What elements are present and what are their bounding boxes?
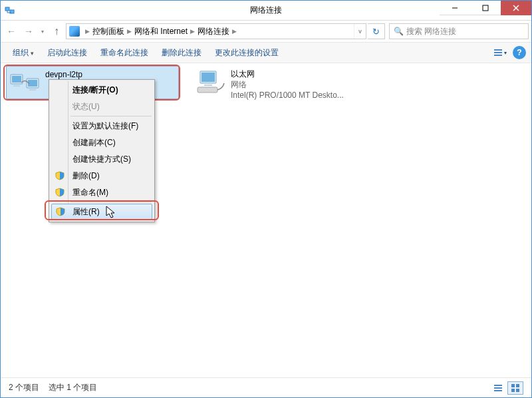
toolbar: 组织 启动此连接 重命名此连接 删除此连接 更改此连接的设置 ▾ ? xyxy=(1,42,531,63)
menu-delete[interactable]: 删除(D) xyxy=(51,168,152,184)
rename-connection-button[interactable]: 重命名此连接 xyxy=(94,45,155,61)
back-button[interactable]: ← xyxy=(3,23,19,39)
svg-rect-17 xyxy=(204,85,212,86)
content-area: devpn-l2tp 以太网 网络 Intel(R) PRO/1000 MT D… xyxy=(1,63,531,377)
svg-rect-10 xyxy=(12,76,21,83)
address-bar[interactable]: ▶ 控制面板 ▶ 网络和 Internet ▶ 网络连接 ▶ v xyxy=(66,23,366,39)
connection-status: 网络 xyxy=(231,79,344,90)
window-title: 网络连接 xyxy=(250,5,282,16)
menu-separator xyxy=(70,202,152,202)
breadcrumb-sep[interactable]: ▶ xyxy=(229,28,239,35)
menu-set-default[interactable]: 设置为默认连接(F) xyxy=(51,118,152,134)
svg-rect-22 xyxy=(511,384,515,387)
breadcrumb-sep[interactable]: ▶ xyxy=(188,28,198,35)
organize-menu[interactable]: 组织 xyxy=(6,45,41,61)
svg-rect-20 xyxy=(494,387,502,389)
history-dropdown[interactable]: ▾ xyxy=(38,23,47,39)
vpn-connection-icon xyxy=(9,69,41,96)
breadcrumb-item[interactable]: 网络连接 xyxy=(198,26,229,37)
selection-count: 选中 1 个项目 xyxy=(49,382,97,393)
svg-rect-23 xyxy=(516,384,519,387)
window-controls xyxy=(440,1,531,15)
menu-create-shortcut[interactable]: 创建快捷方式(S) xyxy=(51,151,152,167)
location-icon xyxy=(69,26,80,37)
breadcrumb-item[interactable]: 控制面板 xyxy=(92,26,124,37)
address-dropdown[interactable]: v xyxy=(354,24,366,39)
connection-item[interactable]: 以太网 网络 Intel(R) PRO/1000 MT Deskto... xyxy=(192,66,365,103)
statusbar: 2 个项目 选中 1 个项目 xyxy=(1,377,531,397)
connection-labels: 以太网 网络 Intel(R) PRO/1000 MT Deskto... xyxy=(231,69,344,100)
close-button[interactable] xyxy=(501,1,531,15)
uac-shield-icon xyxy=(55,171,65,180)
menu-connect-disconnect[interactable]: 连接/断开(O) xyxy=(51,82,152,98)
item-count: 2 个项目 xyxy=(9,382,39,393)
up-button[interactable]: ↑ xyxy=(49,23,65,39)
details-view-button[interactable] xyxy=(490,381,506,395)
help-button[interactable]: ? xyxy=(513,46,526,59)
breadcrumb-sep[interactable]: ▶ xyxy=(82,28,92,35)
refresh-button[interactable]: ↻ xyxy=(368,23,385,39)
svg-rect-24 xyxy=(511,389,515,392)
change-settings-button[interactable]: 更改此连接的设置 xyxy=(208,45,285,61)
menu-separator xyxy=(70,116,152,116)
menu-status: 状态(U) xyxy=(51,99,152,114)
start-connection-button[interactable]: 启动此连接 xyxy=(41,45,94,61)
connection-name: 以太网 xyxy=(231,69,344,79)
search-placeholder: 搜索 网络连接 xyxy=(406,26,456,37)
connection-device: Intel(R) PRO/1000 MT Deskto... xyxy=(231,90,344,100)
icons-view-button[interactable] xyxy=(507,381,523,395)
search-icon: 🔍 xyxy=(394,27,404,36)
svg-rect-8 xyxy=(494,55,502,56)
svg-rect-7 xyxy=(494,52,502,53)
titlebar: 网络连接 xyxy=(1,1,531,21)
minimize-button[interactable] xyxy=(440,1,470,15)
breadcrumb-sep[interactable]: ▶ xyxy=(124,28,134,35)
app-icon xyxy=(5,5,15,16)
menu-create-copy[interactable]: 创建副本(C) xyxy=(51,134,152,150)
address-row: ← → ▾ ↑ ▶ 控制面板 ▶ 网络和 Internet ▶ 网络连接 ▶ v… xyxy=(1,21,531,42)
svg-rect-13 xyxy=(13,85,20,87)
connection-labels: devpn-l2tp xyxy=(45,69,82,80)
svg-rect-3 xyxy=(483,5,488,11)
svg-rect-19 xyxy=(494,385,502,386)
svg-rect-0 xyxy=(5,7,9,11)
svg-rect-25 xyxy=(516,389,519,392)
forward-button[interactable]: → xyxy=(21,23,37,39)
svg-rect-21 xyxy=(494,390,502,391)
connection-name: devpn-l2tp xyxy=(45,69,82,80)
breadcrumb-item[interactable]: 网络和 Internet xyxy=(134,26,188,37)
svg-rect-14 xyxy=(29,89,36,91)
maximize-button[interactable] xyxy=(470,1,501,15)
uac-shield-icon xyxy=(55,188,65,197)
view-options-button[interactable]: ▾ xyxy=(491,45,509,61)
svg-rect-18 xyxy=(198,87,217,93)
delete-connection-button[interactable]: 删除此连接 xyxy=(155,45,208,61)
uac-shield-icon xyxy=(56,207,65,216)
menu-properties[interactable]: 属性(R) xyxy=(51,204,152,220)
menu-rename[interactable]: 重命名(M) xyxy=(51,184,152,200)
ethernet-connection-icon xyxy=(195,69,227,95)
search-input[interactable]: 🔍 搜索 网络连接 xyxy=(389,23,529,39)
context-menu: 连接/断开(O) 状态(U) 设置为默认连接(F) 创建副本(C) 创建快捷方式… xyxy=(49,79,155,222)
svg-rect-16 xyxy=(201,73,215,82)
svg-rect-6 xyxy=(494,49,502,51)
